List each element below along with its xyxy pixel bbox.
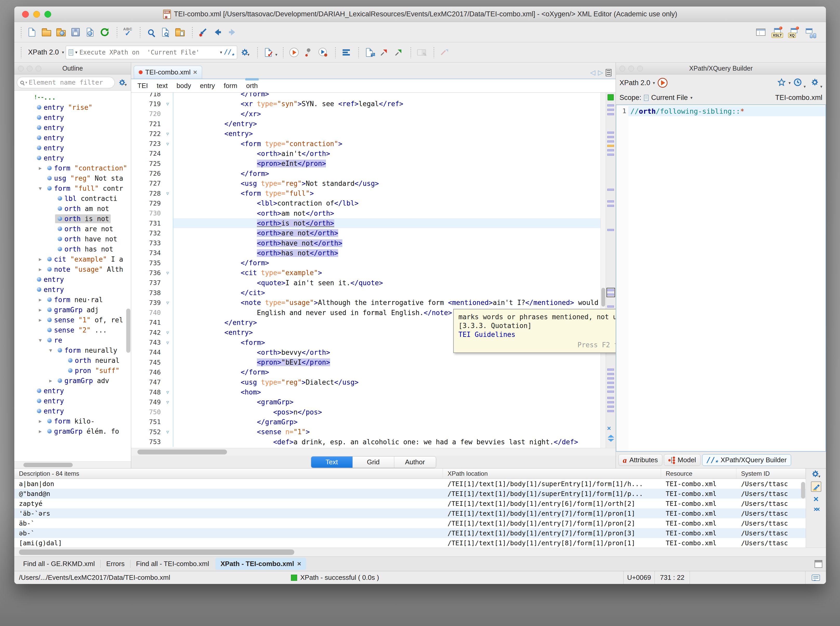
occurrence-marker[interactable] (607, 153, 614, 156)
fold-toggle-icon[interactable]: ▽ (162, 131, 173, 136)
outline-item-comment[interactable]: !--... (14, 92, 131, 102)
occurrence-marker[interactable] (607, 104, 614, 106)
configure-transformation-button[interactable] (302, 46, 315, 59)
go-to-last-modification-icon[interactable]: ✱ (196, 25, 210, 39)
code-line-753[interactable]: 753 <def>a drink, esp. an alcoholic one:… (131, 437, 601, 447)
result-row[interactable]: əb-`/TEI[1]/text[1]/body[1]/entry[7]/for… (14, 528, 806, 538)
outline-item-orth[interactable]: orth are not (14, 224, 131, 234)
clear-markers-icon[interactable]: × (607, 425, 611, 432)
outline-settings-button[interactable]: ▾ (117, 76, 128, 89)
occurrence-marker[interactable] (607, 386, 614, 388)
occurrence-marker[interactable] (607, 401, 614, 403)
outline-toggle-button[interactable] (340, 46, 353, 59)
navigate-forward-icon[interactable] (226, 25, 239, 39)
breadcrumb-item-text[interactable]: text (157, 82, 168, 90)
result-row[interactable]: [ami(g)dal]/TEI[1]/text[1]/body[1]/entry… (14, 538, 806, 548)
outline-item-form[interactable]: ▶form kilo- (14, 416, 131, 426)
highlight-results-button[interactable] (811, 482, 821, 492)
xpath-engine-selector[interactable]: XPath 2.0 (28, 48, 59, 56)
fold-toggle-icon[interactable]: ▽ (162, 270, 173, 275)
outline-item-re[interactable]: ▼re (14, 335, 131, 345)
outline-item-note[interactable]: ▶note "usage" Alth (14, 264, 131, 274)
fold-toggle-icon[interactable]: ▽ (162, 429, 173, 435)
validate-button[interactable]: ✓ (262, 46, 275, 59)
mode-button-text[interactable]: Text (311, 457, 353, 468)
outline-item-gramGrp[interactable]: ▶gramGrp adj (14, 305, 131, 315)
code-line-724[interactable]: 724 <orth>ain't</orth> (131, 149, 601, 158)
next-tab-icon[interactable]: ▷ (598, 69, 603, 77)
code-line-728[interactable]: 728▽ <form type="full"> (131, 188, 601, 198)
manage-reviews-button[interactable]: ✎ (415, 46, 428, 59)
new-document-icon[interactable] (25, 25, 38, 39)
outline-item-sense[interactable]: ▶sense "1" of, rel (14, 315, 131, 325)
close-tab-icon[interactable]: × (193, 68, 197, 76)
code-line-750[interactable]: 750 <pos>n</pos> (131, 407, 601, 417)
code-line-739[interactable]: 739▽ <note type="usage">Although the int… (131, 298, 601, 308)
fold-toggle-icon[interactable]: ▽ (162, 390, 173, 395)
code-line-719[interactable]: 719▽ <xr type="syn">SYN. see <ref>legal<… (131, 99, 601, 109)
code-line-748[interactable]: 748▽ <hom> (131, 387, 601, 397)
occurrence-marker[interactable] (607, 229, 614, 231)
pin-location-red-icon[interactable] (377, 46, 390, 59)
outline-item-gramGrp[interactable]: ▶gramGrp adv (14, 376, 131, 386)
code-line-736[interactable]: 736▽ <cit type="example"> (131, 268, 601, 278)
results-column-header[interactable]: XPath location (443, 468, 661, 479)
outline-item-form[interactable]: ▶form neu·ral (14, 294, 131, 305)
expand-arrow-icon[interactable]: ▶ (36, 297, 45, 302)
code-line-734[interactable]: 734 <orth>has not</orth> (131, 248, 601, 258)
editor-tab[interactable]: TEI-combo.xml × (134, 66, 202, 79)
outline-horizontal-scrollbar[interactable] (14, 462, 131, 468)
execute-xpath-button[interactable] (658, 78, 667, 88)
result-row[interactable]: a|ban|don/TEI[1]/text[1]/body[1]/superEn… (14, 479, 806, 489)
expand-arrow-icon[interactable]: ▶ (36, 307, 45, 313)
previous-tab-icon[interactable]: ◁ (590, 69, 595, 77)
breadcrumb-item-entry[interactable]: entry (200, 82, 215, 90)
outline-item-sense[interactable]: sense "2" ... (14, 325, 131, 335)
save-icon[interactable] (69, 25, 82, 39)
builder-engine-selector[interactable]: XPath 2.0 (620, 79, 650, 87)
outline-item-entry[interactable]: entry (14, 285, 131, 294)
fold-toggle-icon[interactable]: ▽ (162, 330, 173, 335)
occurrence-marker[interactable] (607, 136, 614, 138)
breadcrumb-item-body[interactable]: body (176, 82, 191, 90)
maximize-results-icon[interactable] (815, 560, 822, 568)
outline-item-entry[interactable]: entry (14, 396, 131, 406)
occurrence-marker[interactable] (607, 200, 614, 202)
history-clock-icon[interactable] (793, 78, 802, 88)
code-line-725[interactable]: 725 <pron>eInt</pron> (131, 158, 601, 169)
results-column-header[interactable]: System ID (736, 468, 806, 479)
outline-item-form[interactable]: ▼form neurally (14, 345, 131, 355)
tei-guidelines-link[interactable]: TEI Guidelines (458, 331, 615, 338)
apply-transformation-button[interactable] (287, 46, 300, 59)
occurrence-marker[interactable] (607, 410, 614, 412)
code-line-738[interactable]: 738 </cit> (131, 288, 601, 298)
outline-item-usg[interactable]: usg "reg" Not sta (14, 173, 131, 183)
outline-item-entry[interactable]: entry (14, 386, 131, 396)
code-line-721[interactable]: 721 </entry> (131, 119, 601, 129)
occurrence-marker[interactable] (607, 406, 614, 408)
find-resource-icon[interactable] (174, 25, 187, 39)
code-line-751[interactable]: 751 </gramGrp> (131, 417, 601, 427)
result-row[interactable]: 'äb-`ərs/TEI[1]/text[1]/body[1]/entry[7]… (14, 509, 806, 518)
expand-arrow-icon[interactable]: ▶ (36, 418, 45, 424)
code-line-737[interactable]: 737 <quote>I ain't seen it.</quote> (131, 278, 601, 288)
result-row[interactable]: zaptyé/TEI[1]/text[1]/body[1]/entry[6]/f… (14, 499, 806, 509)
minimize-window-button[interactable] (33, 11, 40, 18)
bottom-tab-find-all-ge-rkmd-xml[interactable]: Find all - GE.RKMD.xml (18, 558, 100, 570)
code-line-718[interactable]: 718 </form> (131, 93, 601, 99)
status-notifications[interactable] (805, 571, 826, 584)
results-column-header[interactable]: Description - 84 items (14, 468, 443, 479)
outline-item-cit[interactable]: ▶cit "example" I a (14, 254, 131, 264)
xpath-expression-combo[interactable]: ▾ Execute XPath on 'Current File' ▾ //★ (66, 46, 237, 59)
occurrence-marker[interactable] (607, 397, 614, 399)
chevron-down-icon[interactable]: ▾ (804, 84, 806, 91)
expand-arrow-icon[interactable]: ▶ (36, 429, 45, 434)
expand-arrow-icon[interactable]: ▶ (36, 317, 45, 322)
editor-horizontal-scrollbar[interactable] (131, 448, 615, 456)
outline-item-orth[interactable]: orth have not (14, 234, 131, 244)
zoom-window-button[interactable] (44, 11, 51, 18)
code-line-730[interactable]: 730 <orth>am not</orth> (131, 208, 601, 218)
bottom-tab-find-all-tei-combo-xml[interactable]: Find all - TEI-combo.xml (131, 558, 214, 570)
chevron-down-icon[interactable]: ▾ (220, 50, 222, 55)
breadcrumb-item-TEI[interactable]: TEI (137, 82, 148, 90)
